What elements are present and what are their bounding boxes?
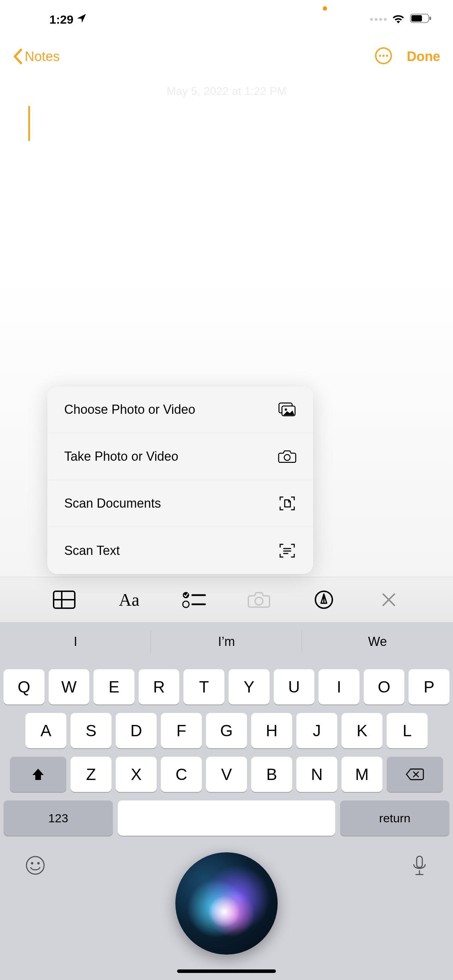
back-button[interactable]: Notes (13, 49, 60, 64)
key-n[interactable]: N (296, 757, 337, 792)
status-bar: 1:29 (0, 0, 453, 39)
svg-point-24 (31, 862, 33, 865)
back-label: Notes (25, 49, 60, 64)
key-e[interactable]: E (94, 669, 134, 705)
key-l[interactable]: L (387, 713, 428, 748)
key-s[interactable]: S (71, 713, 111, 748)
camera-icon (278, 447, 296, 466)
svg-point-5 (382, 55, 385, 57)
key-t[interactable]: T (183, 669, 224, 705)
text-format-button[interactable]: Aa (115, 585, 143, 614)
key-b[interactable]: B (251, 757, 292, 792)
svg-point-9 (285, 409, 287, 411)
svg-point-21 (255, 597, 263, 605)
key-g[interactable]: G (206, 713, 247, 748)
key-o[interactable]: O (364, 669, 405, 705)
svg-point-19 (183, 601, 189, 608)
return-key[interactable]: return (340, 800, 450, 836)
more-button[interactable] (374, 46, 393, 66)
text-cursor (28, 106, 30, 141)
markup-button[interactable] (310, 585, 338, 614)
space-key[interactable] (118, 800, 335, 836)
delete-key[interactable] (387, 757, 443, 792)
close-toolbar-button[interactable] (375, 585, 403, 614)
photos-icon (278, 400, 296, 419)
shift-key[interactable] (10, 757, 66, 792)
numbers-key[interactable]: 123 (3, 800, 113, 836)
svg-rect-1 (412, 15, 422, 22)
attachment-menu: Choose Photo or Video Take Photo or Vide… (47, 386, 313, 574)
key-u[interactable]: U (274, 669, 315, 705)
siri-orb[interactable] (175, 852, 278, 955)
svg-point-4 (379, 55, 381, 57)
svg-point-17 (183, 592, 189, 598)
menu-item-label: Choose Photo or Video (64, 402, 196, 417)
svg-point-6 (386, 55, 388, 57)
svg-rect-2 (429, 17, 431, 20)
key-x[interactable]: X (116, 757, 157, 792)
key-z[interactable]: Z (71, 757, 111, 792)
menu-take-photo[interactable]: Take Photo or Video (47, 433, 313, 480)
menu-item-label: Scan Documents (64, 496, 161, 511)
home-indicator[interactable] (177, 969, 276, 973)
svg-point-23 (27, 856, 44, 874)
key-q[interactable]: Q (3, 669, 45, 705)
menu-scan-text[interactable]: Scan Text (47, 527, 313, 574)
key-r[interactable]: R (139, 669, 180, 705)
key-c[interactable]: C (161, 757, 202, 792)
nav-bar: Notes Done (0, 39, 453, 74)
suggestion-2[interactable]: I’m (151, 623, 302, 661)
table-button[interactable] (50, 585, 78, 614)
format-toolbar: Aa (0, 577, 453, 623)
key-j[interactable]: J (296, 713, 337, 748)
key-a[interactable]: A (25, 713, 66, 748)
predictive-bar: I I’m We (0, 623, 453, 661)
scan-text-icon (278, 541, 296, 560)
key-w[interactable]: W (49, 669, 90, 705)
menu-scan-documents[interactable]: Scan Documents (47, 480, 313, 527)
dictation-key[interactable] (411, 855, 428, 880)
key-v[interactable]: V (206, 757, 247, 792)
svg-point-10 (285, 454, 290, 460)
key-i[interactable]: I (319, 669, 359, 705)
battery-icon (410, 13, 432, 27)
svg-rect-26 (416, 856, 422, 867)
key-f[interactable]: F (161, 713, 202, 748)
privacy-indicator-dot (323, 6, 327, 11)
location-icon (76, 13, 87, 27)
note-timestamp: May 5, 2022 at 1:22 PM (0, 85, 453, 98)
cellular-dots-icon (370, 18, 387, 21)
key-k[interactable]: K (342, 713, 382, 748)
status-time: 1:29 (49, 13, 73, 27)
camera-attach-button[interactable] (245, 585, 273, 614)
scan-document-icon (278, 494, 296, 512)
suggestion-3[interactable]: We (302, 623, 453, 661)
key-d[interactable]: D (116, 713, 157, 748)
wifi-icon (392, 13, 405, 27)
done-button[interactable]: Done (407, 49, 440, 64)
svg-point-25 (37, 862, 40, 865)
menu-choose-photo[interactable]: Choose Photo or Video (47, 386, 313, 433)
key-y[interactable]: Y (229, 669, 270, 705)
key-p[interactable]: P (408, 669, 450, 705)
menu-item-label: Take Photo or Video (64, 449, 178, 464)
key-h[interactable]: H (251, 713, 292, 748)
checklist-button[interactable] (180, 585, 208, 614)
suggestion-1[interactable]: I (0, 623, 151, 661)
emoji-key[interactable] (25, 855, 46, 880)
menu-item-label: Scan Text (64, 543, 119, 558)
key-m[interactable]: M (342, 757, 382, 792)
